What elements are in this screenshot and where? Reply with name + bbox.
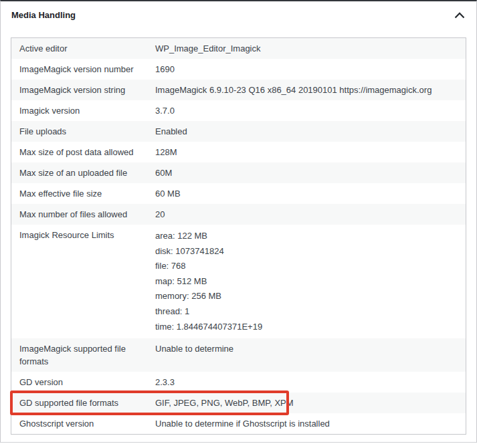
row-value: 60 MB: [155, 187, 466, 200]
table-row: Max size of an uploaded file60M: [11, 162, 466, 183]
row-value: 60M: [155, 166, 466, 179]
row-value: Unable to determine: [155, 342, 466, 355]
table-row: ImageMagick version number1690: [11, 59, 466, 80]
accordion-header[interactable]: Media Handling: [1, 1, 476, 29]
row-label: Max number of files allowed: [11, 208, 155, 221]
row-value: GIF, JPEG, PNG, WebP, BMP, XPM: [155, 397, 466, 409]
row-value: 3.7.0: [155, 104, 466, 117]
chevron-up-icon: [454, 12, 465, 19]
media-handling-panel: Media Handling Active editorWP_Image_Edi…: [0, 0, 477, 443]
row-value-line: disk: 1073741824: [155, 244, 458, 259]
row-value: 1690: [155, 63, 466, 76]
row-label: ImageMagick supported file formats: [11, 342, 155, 368]
row-label: Imagick Resource Limits: [11, 229, 155, 241]
table-row: ImageMagick version stringImageMagick 6.…: [11, 80, 466, 100]
row-value: 128M: [155, 146, 466, 158]
table-row: Ghostscript versionUnable to determine i…: [11, 413, 466, 434]
row-value-line: thread: 1: [155, 304, 458, 320]
media-info-table: Active editorWP_Image_Editor_ImagickImag…: [11, 37, 466, 435]
row-label: ImageMagick version number: [11, 63, 155, 76]
table-row: Max number of files allowed20: [11, 204, 466, 225]
row-value: Enabled: [155, 125, 466, 138]
row-value-line: area: 122 MB: [155, 229, 458, 244]
row-label: Ghostscript version: [11, 417, 155, 430]
row-value-line: file: 768: [155, 259, 458, 274]
collapse-button[interactable]: [454, 11, 466, 19]
row-label: Active editor: [11, 42, 155, 55]
table-row: Max effective file size60 MB: [11, 183, 466, 204]
row-value: 20: [155, 208, 466, 221]
table-row: GD supported file formatsGIF, JPEG, PNG,…: [11, 393, 466, 413]
row-value: area: 122 MBdisk: 1073741824file: 768map…: [155, 229, 466, 334]
row-label: Max effective file size: [11, 187, 155, 200]
row-label: Max size of an uploaded file: [11, 166, 155, 179]
table-row: Active editorWP_Image_Editor_Imagick: [11, 38, 466, 59]
row-label: ImageMagick version string: [11, 84, 155, 96]
row-label: GD version: [11, 376, 155, 388]
table-row: ImageMagick supported file formatsUnable…: [11, 338, 466, 372]
table-row: Max size of post data allowed128M: [11, 142, 466, 162]
row-label: File uploads: [11, 125, 155, 138]
table-row: Imagick version3.7.0: [11, 100, 466, 121]
row-label: Max size of post data allowed: [11, 146, 155, 158]
table-row: Imagick Resource Limitsarea: 122 MBdisk:…: [11, 225, 466, 338]
row-value-line: map: 512 MB: [155, 274, 458, 290]
row-label: GD supported file formats: [11, 397, 155, 409]
table-row: File uploadsEnabled: [11, 121, 466, 142]
row-label: Imagick version: [11, 104, 155, 117]
row-value: 2.3.3: [155, 376, 466, 388]
row-value: Unable to determine if Ghostscript is in…: [155, 417, 466, 430]
table-row: GD version2.3.3: [11, 372, 466, 393]
section-title: Media Handling: [11, 10, 76, 21]
row-value-line: memory: 256 MB: [155, 289, 458, 304]
row-value-line: time: 1.844674407371E+19: [155, 320, 458, 335]
row-value: ImageMagick 6.9.10-23 Q16 x86_64 2019010…: [155, 84, 466, 96]
row-value: WP_Image_Editor_Imagick: [155, 42, 466, 55]
